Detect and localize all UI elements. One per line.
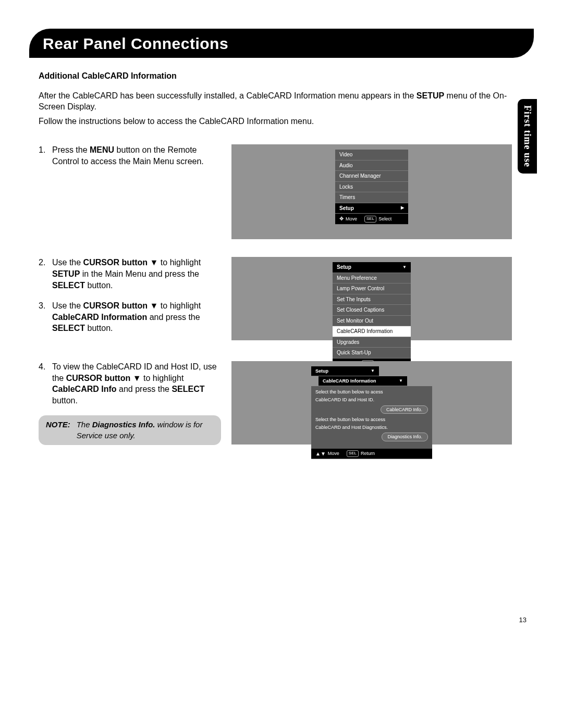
menu-main: Video Audio Channel Manager Locks Timers… <box>335 150 408 239</box>
step-number: 4. <box>39 361 52 406</box>
tv-screen-2: Setup ▼ Menu Preference Lamp Power Contr… <box>231 257 512 340</box>
note-label: NOTE: <box>46 419 70 441</box>
intro-para-1: After the CableCARD has been successfull… <box>39 90 512 113</box>
step-number: 3. <box>39 300 52 334</box>
intro-para-2: Follow the instructions below to access … <box>39 116 512 127</box>
menu-footer: ✥ Move SEL Select <box>335 214 408 225</box>
cablecard-info-button: CableCARD Info. <box>381 405 428 414</box>
step-number: 2. <box>39 257 52 291</box>
menu-cablecard: Setup ▼ CableCARD Information ▼ Select t… <box>311 366 432 445</box>
note-box: NOTE: The Diagnostics Info. window is fo… <box>39 415 221 445</box>
menu-item-setup: Setup ▶ <box>335 203 408 214</box>
menu-header-setup: Setup ▼ <box>311 366 379 376</box>
menu-header-cc: CableCARD Information ▼ <box>319 376 407 386</box>
menu-item-audio: Audio <box>335 161 408 171</box>
note-body: The Diagnostics Info. window is for Serv… <box>77 419 214 441</box>
step-block-1: 1. Press the MENU button on the Remote C… <box>39 144 512 239</box>
menu-item-channel: Channel Manager <box>335 171 408 182</box>
chevron-down-icon: ▼ <box>402 265 407 270</box>
step-block-3: 4. To view the CableCARD ID and Host ID,… <box>39 361 512 445</box>
banner-title: Rear Panel Connections <box>43 35 228 52</box>
subheading: Additional CableCARD Information <box>39 70 512 82</box>
step-body: Press the MENU button on the Remote Cont… <box>52 144 221 167</box>
menu-item: Lamp Power Control <box>333 283 411 294</box>
chevron-right-icon: ▶ <box>401 205 404 211</box>
step-text-3: 4. To view the CableCARD ID and Host ID,… <box>39 361 221 445</box>
step-body: Use the CURSOR button ▼ to highlight SET… <box>52 257 221 291</box>
move-arrows-icon: ▲▼ <box>315 450 326 458</box>
page-banner: Rear Panel Connections <box>29 29 534 58</box>
step-block-2: 2. Use the CURSOR button ▼ to highlight … <box>39 257 512 343</box>
step-body: Use the CURSOR button ▼ to highlight Cab… <box>52 300 221 334</box>
menu-footer: ▲▼ Move SEL Return <box>311 449 432 460</box>
menu-item: Set Monitor Out <box>333 316 411 327</box>
diagnostics-info-button: Diagnostics Info. <box>382 433 428 441</box>
menu-item: Set The Inputs <box>333 294 411 305</box>
menu-item-timers: Timers <box>335 192 408 203</box>
step-number: 1. <box>39 144 52 167</box>
page-content: Additional CableCARD Information After t… <box>39 70 512 445</box>
menu-setup: Setup ▼ Menu Preference Lamp Power Contr… <box>333 262 411 340</box>
menu-item: Set Closed Captions <box>333 305 411 316</box>
menu-header: Setup ▼ <box>333 262 411 273</box>
side-tab: First time use <box>518 99 537 174</box>
menu-item-highlighted: CableCARD Information <box>333 326 411 337</box>
menu-item: Quick Start-Up <box>333 348 411 359</box>
menu-item: Upgrades <box>333 337 411 348</box>
sel-badge: SEL <box>347 450 359 457</box>
step-text-2: 2. Use the CURSOR button ▼ to highlight … <box>39 257 221 343</box>
tv-screen-3: Setup ▼ CableCARD Information ▼ Select t… <box>231 361 512 445</box>
menu-item-locks: Locks <box>335 182 408 193</box>
step-text-1: 1. Press the MENU button on the Remote C… <box>39 144 221 239</box>
sel-badge: SEL <box>364 216 376 223</box>
tv-screen-1: Video Audio Channel Manager Locks Timers… <box>231 144 512 239</box>
detail-body: Select the button below to acess CableCA… <box>311 386 432 448</box>
step-body: To view the CableCARD ID and Host ID, us… <box>52 361 221 406</box>
menu-item-video: Video <box>335 150 408 161</box>
move-arrows-icon: ✥ <box>339 215 344 223</box>
chevron-down-icon: ▼ <box>399 378 403 384</box>
page-number: 13 <box>519 616 527 624</box>
chevron-down-icon: ▼ <box>371 368 375 374</box>
menu-item: Menu Preference <box>333 273 411 284</box>
